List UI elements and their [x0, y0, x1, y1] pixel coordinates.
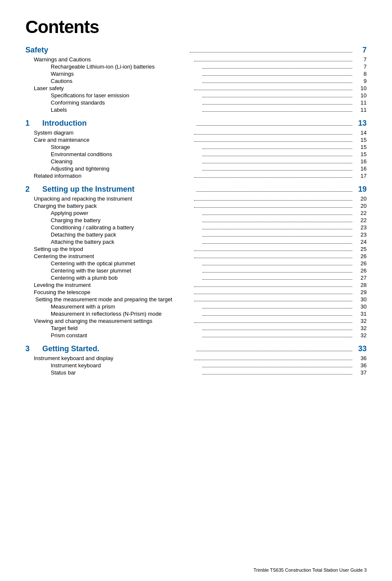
applying-power-page: 22	[354, 210, 367, 216]
toc-safety-top: Safety 7	[25, 46, 367, 55]
dots	[203, 279, 353, 280]
env-conditions-title: Environmental conditions	[51, 151, 201, 157]
prism-constant-page: 32	[354, 332, 367, 339]
conforming-page: 11	[354, 99, 367, 106]
page-footer: Trimble TS635 Construction Total Station…	[253, 567, 367, 573]
meas-reflectorless-page: 31	[354, 311, 367, 317]
toc-instrument-keyboard: Instrument keyboard 36	[25, 362, 367, 369]
meas-prism-page: 30	[354, 303, 367, 310]
chapter-1-num: 1	[25, 119, 38, 128]
dots	[194, 286, 353, 287]
toc-leveling: Leveling the instrument 28	[25, 282, 367, 288]
toc-optical-plummet: Centering with the optical plummet 26	[25, 260, 367, 267]
safety-dots	[190, 52, 353, 52]
target-field-page: 32	[354, 325, 367, 331]
toc-storage: Storage 15	[25, 144, 367, 150]
dots	[203, 337, 353, 337]
dots	[203, 222, 353, 222]
li-ion-page: 7	[354, 63, 367, 70]
cautions-page: 9	[354, 78, 367, 84]
dots	[194, 207, 353, 208]
setting-mode-title: Setting the measurement mode and prepari…	[34, 296, 192, 303]
toc-setup-tripod: Setting up the tripod 25	[25, 246, 367, 252]
warnings-cautions-page: 7	[354, 56, 367, 63]
toc-env-conditions: Environmental conditions 15	[25, 151, 367, 157]
toc-chapter-1: 1 Introduction 13 System diagram 14 Care…	[25, 119, 367, 179]
chapter-3-page: 33	[354, 344, 367, 353]
warnings-page: 8	[354, 71, 367, 77]
dots	[203, 243, 353, 244]
system-diagram-title: System diagram	[34, 129, 192, 136]
keyboard-display-page: 36	[354, 355, 367, 361]
toc-laser-safety: Laser safety 10	[25, 85, 367, 91]
toc-charging-battery: Charging the battery pack 20	[25, 203, 367, 209]
toc-cleaning: Cleaning 16	[25, 158, 367, 165]
status-bar-title: Status bar	[51, 369, 201, 376]
toc-meas-prism: Measurement with a prism 30	[25, 303, 367, 310]
charging-battery-sub-page: 22	[354, 217, 367, 223]
related-info-title: Related information	[34, 173, 192, 179]
dots	[203, 75, 353, 76]
leveling-page: 28	[354, 282, 367, 288]
dots	[194, 141, 353, 142]
warnings-title: Warnings	[51, 71, 201, 77]
unpacking-title: Unpacking and repacking the instrument	[34, 196, 192, 202]
dots	[196, 125, 353, 126]
chapter-1-title: Introduction	[38, 119, 195, 128]
focusing-page: 29	[354, 289, 367, 295]
storage-page: 15	[354, 144, 367, 150]
chapter-3-num: 3	[25, 344, 38, 353]
toc-chapter-3: 3 Getting Started. 33 Instrument keyboar…	[25, 344, 367, 376]
laser-plummet-page: 26	[354, 267, 367, 274]
toc-conditioning: Conditioning / calibrating a battery 23	[25, 224, 367, 231]
chapter-1-row: 1 Introduction 13	[25, 119, 367, 128]
toc-adjusting: Adjusting and tightening 16	[25, 165, 367, 172]
dots	[203, 83, 353, 83]
conditioning-title: Conditioning / calibrating a battery	[51, 224, 201, 231]
instrument-keyboard-title: Instrument keyboard	[51, 362, 201, 369]
toc-cautions: Cautions 9	[25, 78, 367, 84]
chapter-2-row: 2 Setting up the Instrument 19	[25, 185, 367, 194]
laser-safety-title: Laser safety	[34, 85, 192, 91]
toc-applying-power: Applying power 22	[25, 210, 367, 216]
dots	[194, 251, 353, 251]
toc-setting-mode: Setting the measurement mode and prepari…	[25, 296, 367, 303]
adjusting-title: Adjusting and tightening	[51, 165, 201, 172]
toc-warnings-cautions: Warnings and Cautions 7	[25, 56, 367, 63]
conditioning-page: 23	[354, 224, 367, 231]
charging-battery-page: 20	[354, 203, 367, 209]
dots	[203, 330, 353, 330]
detaching-page: 23	[354, 231, 367, 238]
instrument-keyboard-page: 36	[354, 362, 367, 369]
toc-labels: Labels 11	[25, 107, 367, 113]
toc-care-maintenance: Care and maintenance 15	[25, 137, 367, 143]
dots	[196, 351, 353, 351]
dots	[196, 191, 353, 192]
safety-page: 7	[354, 46, 367, 55]
dots	[203, 163, 353, 163]
dots	[203, 104, 353, 105]
toc-system-diagram: System diagram 14	[25, 129, 367, 136]
setup-tripod-page: 25	[354, 246, 367, 252]
dots	[203, 68, 353, 69]
chapter-3-row: 3 Getting Started. 33	[25, 344, 367, 353]
toc-focusing: Focusing the telescope 29	[25, 289, 367, 295]
toc-laser-specs: Specifications for laser emission 10	[25, 92, 367, 99]
meas-reflectorless-title: Measurement in reflectorless (N-Prism) m…	[51, 311, 201, 317]
target-field-title: Target field	[51, 325, 201, 331]
optical-plummet-page: 26	[354, 260, 367, 267]
cleaning-title: Cleaning	[51, 158, 201, 165]
chapter-2-page: 19	[354, 185, 367, 194]
chapter-2-title: Setting up the Instrument	[38, 185, 195, 194]
chapter-3-title: Getting Started.	[38, 344, 195, 353]
attaching-title: Attaching the battery pack	[51, 239, 201, 245]
warnings-cautions-title: Warnings and Cautions	[34, 56, 192, 63]
laser-specs-title: Specifications for laser emission	[51, 92, 201, 99]
storage-title: Storage	[51, 144, 201, 150]
toc-chapter-2: 2 Setting up the Instrument 19 Unpacking…	[25, 185, 367, 339]
labels-title: Labels	[51, 107, 201, 113]
charging-battery-sub-title: Charging the battery	[51, 217, 201, 223]
page-title: Contents	[25, 17, 367, 37]
conforming-title: Conforming standards	[51, 99, 201, 106]
toc-detaching: Detaching the battery pack 23	[25, 231, 367, 238]
